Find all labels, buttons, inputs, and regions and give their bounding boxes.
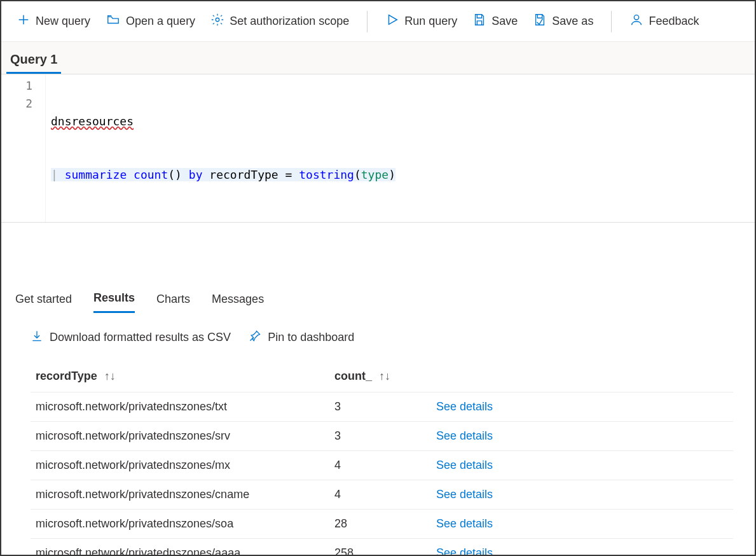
see-details-link[interactable]: See details [431, 510, 733, 539]
toolbar-separator [367, 11, 368, 32]
open-query-button[interactable]: Open a query [99, 9, 202, 34]
pin-dashboard-button[interactable]: Pin to dashboard [249, 330, 354, 345]
plus-icon [17, 13, 31, 30]
run-query-label: Run query [404, 15, 457, 28]
toolbar-separator [611, 11, 612, 32]
editor-code[interactable]: dnsresources | summarize count() by reco… [46, 74, 755, 222]
cell-recordtype: microsoft.network/privatednszones/mx [31, 451, 329, 480]
folder-open-icon [106, 13, 121, 30]
new-query-label: New query [36, 15, 90, 28]
see-details-link[interactable]: See details [431, 539, 733, 557]
open-query-label: Open a query [126, 15, 195, 28]
pin-dashboard-label: Pin to dashboard [268, 331, 354, 344]
feedback-icon [629, 13, 643, 30]
save-as-button[interactable]: Save as [526, 9, 600, 34]
save-as-icon [533, 13, 547, 30]
download-icon [31, 330, 43, 345]
cell-recordtype: microsoft.network/privatednszones/cname [31, 480, 329, 510]
table-row: microsoft.network/privatednszones/txt 3 … [31, 393, 733, 422]
save-as-label: Save as [552, 15, 593, 28]
gutter-line-2: 2 [1, 95, 32, 113]
set-auth-scope-button[interactable]: Set authorization scope [204, 9, 355, 34]
pin-icon [249, 330, 261, 345]
save-icon [472, 13, 486, 30]
cell-count: 3 [329, 422, 431, 451]
cell-count: 4 [329, 480, 431, 510]
svg-point-0 [216, 18, 219, 22]
header-blank [431, 361, 733, 393]
table-row: microsoft.network/privatednszones/mx 4 S… [31, 451, 733, 480]
save-button[interactable]: Save [466, 9, 524, 34]
gutter-line-1: 1 [1, 77, 32, 95]
download-csv-label: Download formatted results as CSV [50, 331, 231, 344]
tab-charts[interactable]: Charts [156, 293, 190, 312]
cell-count: 28 [329, 510, 431, 539]
table-row: microsoft.network/privatednszones/srv 3 … [31, 422, 733, 451]
editor-gutter: 1 2 [1, 74, 46, 222]
results-tbody: microsoft.network/privatednszones/txt 3 … [31, 393, 733, 557]
editor-padding [1, 223, 755, 277]
query-panel: Query 1 1 2 dnsresources | summarize cou… [1, 42, 755, 277]
cell-count: 3 [329, 393, 431, 422]
download-csv-button[interactable]: Download formatted results as CSV [31, 330, 231, 345]
see-details-link[interactable]: See details [431, 422, 733, 451]
see-details-link[interactable]: See details [431, 480, 733, 510]
header-count[interactable]: count_ ↑↓ [329, 361, 431, 393]
see-details-link[interactable]: See details [431, 451, 733, 480]
table-row: microsoft.network/privatednszones/cname … [31, 480, 733, 510]
header-recordtype[interactable]: recordType ↑↓ [31, 361, 329, 393]
top-toolbar: New query Open a query Set authorization… [1, 1, 755, 42]
table-row: microsoft.network/privatednszones/soa 28… [31, 510, 733, 539]
code-editor[interactable]: 1 2 dnsresources | summarize count() by … [1, 74, 755, 223]
code-line-2[interactable]: | summarize count() by recordType = tost… [51, 166, 750, 184]
save-label: Save [491, 15, 518, 28]
table-row: microsoft.network/privatednszones/aaaa 2… [31, 539, 733, 557]
sort-icon[interactable]: ↑↓ [379, 370, 390, 383]
run-query-button[interactable]: Run query [379, 9, 464, 34]
result-actions: Download formatted results as CSV Pin to… [1, 313, 755, 352]
cell-recordtype: microsoft.network/privatednszones/soa [31, 510, 329, 539]
feedback-button[interactable]: Feedback [623, 9, 705, 34]
code-line-1[interactable]: dnsresources [51, 113, 750, 130]
tab-results[interactable]: Results [93, 291, 135, 313]
tab-messages[interactable]: Messages [212, 293, 264, 312]
result-tabs: Get started Results Charts Messages [1, 277, 755, 313]
cell-count: 4 [329, 451, 431, 480]
results-table: recordType ↑↓ count_ ↑↓ microsoft.networ… [31, 361, 733, 556]
play-icon [385, 13, 399, 30]
feedback-label: Feedback [649, 15, 699, 28]
new-query-button[interactable]: New query [10, 9, 97, 34]
set-auth-scope-label: Set authorization scope [230, 15, 349, 28]
identifier-dnsresources: dnsresources [51, 115, 134, 128]
cell-recordtype: microsoft.network/privatednszones/srv [31, 422, 329, 451]
tab-get-started[interactable]: Get started [15, 293, 72, 312]
cell-count: 258 [329, 539, 431, 557]
cell-recordtype: microsoft.network/privatednszones/txt [31, 393, 329, 422]
query-tabs: Query 1 [1, 42, 755, 74]
gear-icon [210, 13, 224, 30]
query-tab-1[interactable]: Query 1 [6, 48, 61, 74]
cell-recordtype: microsoft.network/privatednszones/aaaa [31, 539, 329, 557]
see-details-link[interactable]: See details [431, 393, 733, 422]
sort-icon[interactable]: ↑↓ [104, 370, 116, 383]
svg-point-1 [635, 15, 639, 20]
